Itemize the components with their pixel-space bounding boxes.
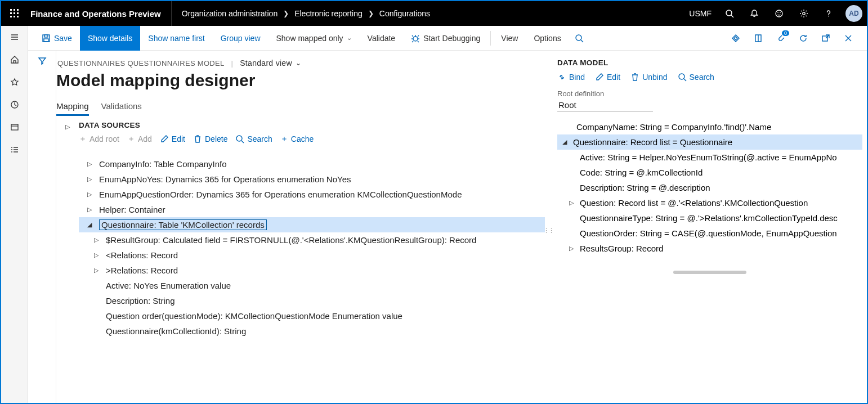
show-mapped-only-button[interactable]: Show mapped only ⌄ bbox=[269, 26, 360, 51]
tree-node[interactable]: ▷<Relations: Record bbox=[79, 248, 545, 263]
tree-node-label: Questionnaire: Table 'KMCollection' reco… bbox=[99, 219, 267, 230]
tree-node[interactable]: QuestionnaireType: String = @.'>Relation… bbox=[557, 210, 862, 226]
show-details-button[interactable]: Show details bbox=[80, 26, 140, 51]
book-icon[interactable] bbox=[749, 29, 768, 48]
dm-edit-label: Edit bbox=[607, 73, 620, 82]
horizontal-scrollbar[interactable] bbox=[673, 271, 746, 274]
tree-node[interactable]: ▷ResultsGroup: Record bbox=[557, 241, 862, 256]
close-icon[interactable] bbox=[839, 29, 858, 48]
view-menu[interactable]: View bbox=[493, 26, 526, 51]
expand-icon[interactable]: ▷ bbox=[567, 245, 575, 252]
star-icon[interactable] bbox=[1, 71, 28, 93]
toolbar-search-icon[interactable] bbox=[569, 26, 589, 51]
tree-node[interactable]: ▷$ResultGroup: Calculated field = FIRSTO… bbox=[79, 232, 545, 248]
home-icon[interactable] bbox=[1, 48, 28, 71]
gear-icon[interactable] bbox=[791, 1, 816, 26]
show-name-first-button[interactable]: Show name first bbox=[140, 26, 212, 51]
tree-node[interactable]: Question order(questionMode): KMCollecti… bbox=[79, 308, 545, 324]
tree-node[interactable]: ▷Helper: Container bbox=[79, 202, 545, 217]
tree-node[interactable]: Questionnaire(kmCollectionId): String bbox=[79, 324, 545, 339]
tree-node[interactable]: CompanyName: String = CompanyInfo.'find(… bbox=[557, 119, 862, 134]
recent-icon[interactable] bbox=[1, 93, 28, 116]
topbar-right: USMF AD bbox=[683, 1, 867, 26]
attach-icon[interactable]: 0 bbox=[771, 29, 790, 48]
refresh-icon[interactable] bbox=[794, 29, 813, 48]
tree-node[interactable]: ▷EnumAppNoYes: Dynamics 365 for Operatio… bbox=[79, 172, 545, 187]
save-button[interactable]: Save bbox=[34, 26, 80, 51]
svg-rect-7 bbox=[14, 16, 15, 17]
breadcrumb-item[interactable]: Configurations bbox=[379, 9, 430, 18]
svg-rect-17 bbox=[11, 124, 18, 130]
svg-rect-20 bbox=[44, 39, 48, 42]
filter-icon[interactable] bbox=[38, 56, 47, 403]
tree-node[interactable]: Active: NoYes Enumeration value bbox=[79, 278, 545, 293]
validate-button[interactable]: Validate bbox=[360, 26, 404, 51]
bell-icon[interactable] bbox=[742, 1, 767, 26]
expand-icon[interactable]: ▷ bbox=[92, 252, 100, 259]
tree-node[interactable]: QuestionOrder: String = CASE(@.questionM… bbox=[557, 226, 862, 241]
help-icon[interactable] bbox=[816, 1, 841, 26]
add-root-button[interactable]: ＋Add root bbox=[79, 134, 119, 144]
collapse-data-types-button[interactable]: ▷ bbox=[56, 116, 79, 339]
delete-button[interactable]: Delete bbox=[193, 134, 227, 144]
view-selector-label: Standard view bbox=[240, 59, 292, 68]
start-debugging-button[interactable]: Start Debugging bbox=[403, 26, 488, 51]
tree-node-label: Active: String = Helper.NoYesEnumToStrin… bbox=[580, 152, 837, 162]
search-button[interactable]: Search bbox=[235, 134, 272, 144]
expand-icon[interactable]: ▷ bbox=[86, 176, 93, 183]
collapse-icon[interactable]: ◢ bbox=[86, 221, 93, 228]
chevron-right-icon: ❯ bbox=[283, 10, 289, 17]
svg-rect-8 bbox=[17, 16, 19, 17]
avatar[interactable]: AD bbox=[845, 5, 862, 22]
expand-icon[interactable]: ▷ bbox=[92, 236, 100, 244]
collapse-icon[interactable]: ◢ bbox=[561, 138, 569, 146]
modules-icon[interactable] bbox=[1, 138, 28, 161]
diamond-icon[interactable] bbox=[726, 29, 745, 48]
edit-button[interactable]: Edit bbox=[160, 134, 185, 144]
tab-mapping[interactable]: Mapping bbox=[56, 101, 89, 116]
view-selector[interactable]: Standard view ⌄ bbox=[240, 59, 301, 68]
dm-search-button[interactable]: Search bbox=[678, 73, 714, 82]
view-label: View bbox=[501, 34, 518, 43]
smiley-icon[interactable] bbox=[767, 1, 791, 26]
expand-icon[interactable]: ▷ bbox=[567, 199, 575, 207]
splitter[interactable]: ⋮⋮ bbox=[545, 59, 552, 403]
tree-node[interactable]: ◢Questionnaire: Table 'KMCollection' rec… bbox=[79, 217, 545, 232]
tree-node-label: EnumAppNoYes: Dynamics 365 for Operation… bbox=[99, 174, 351, 184]
breadcrumb-item[interactable]: Electronic reporting bbox=[294, 9, 363, 18]
bind-button[interactable]: Bind bbox=[557, 73, 585, 82]
unbind-button[interactable]: Unbind bbox=[630, 73, 667, 82]
hamburger-icon[interactable] bbox=[1, 26, 28, 48]
options-menu[interactable]: Options bbox=[526, 26, 569, 51]
expand-icon[interactable]: ▷ bbox=[86, 160, 93, 168]
group-view-button[interactable]: Group view bbox=[213, 26, 269, 51]
workspace-icon[interactable] bbox=[1, 116, 28, 138]
search-icon[interactable] bbox=[717, 1, 742, 26]
tree-node[interactable]: ◢Questionnaire: Record list = Questionna… bbox=[557, 134, 862, 150]
dm-edit-button[interactable]: Edit bbox=[595, 73, 620, 82]
app-launcher-icon[interactable] bbox=[1, 1, 28, 26]
tree-node[interactable]: Description: String = @.description bbox=[557, 180, 862, 195]
tree-node[interactable]: ▷EnumAppQuestionOrder: Dynamics 365 for … bbox=[79, 187, 545, 202]
tree-node[interactable]: ▷CompanyInfo: Table CompanyInfo bbox=[79, 156, 545, 172]
data-sources-toolbar: ＋Add root ＋Add Edit Delete Search ＋Cache bbox=[79, 134, 545, 144]
breadcrumb-item[interactable]: Organization administration bbox=[182, 9, 278, 18]
tree-node[interactable]: Code: String = @.kmCollectionId bbox=[557, 165, 862, 180]
expand-icon[interactable]: ▷ bbox=[86, 191, 93, 198]
svg-rect-4 bbox=[14, 12, 15, 14]
popout-icon[interactable] bbox=[816, 29, 835, 48]
tree-node[interactable]: ▷Question: Record list = @.'<Relations'.… bbox=[557, 195, 862, 210]
root-definition-input[interactable]: Root bbox=[557, 99, 653, 111]
dm-search-label: Search bbox=[690, 73, 714, 82]
tree-node[interactable]: Description: String bbox=[79, 293, 545, 308]
expand-icon[interactable]: ▷ bbox=[92, 267, 100, 274]
tab-validations[interactable]: Validations bbox=[101, 101, 142, 116]
expand-icon[interactable]: ▷ bbox=[86, 206, 93, 213]
tree-node[interactable]: Active: String = Helper.NoYesEnumToStrin… bbox=[557, 150, 862, 165]
separator bbox=[490, 31, 491, 46]
add-button[interactable]: ＋Add bbox=[127, 134, 152, 144]
company-picker[interactable]: USMF bbox=[683, 1, 717, 26]
command-bar: Save Show details Show name first Group … bbox=[28, 26, 867, 51]
cache-button[interactable]: ＋Cache bbox=[280, 134, 314, 144]
tree-node[interactable]: ▷>Relations: Record bbox=[79, 263, 545, 278]
